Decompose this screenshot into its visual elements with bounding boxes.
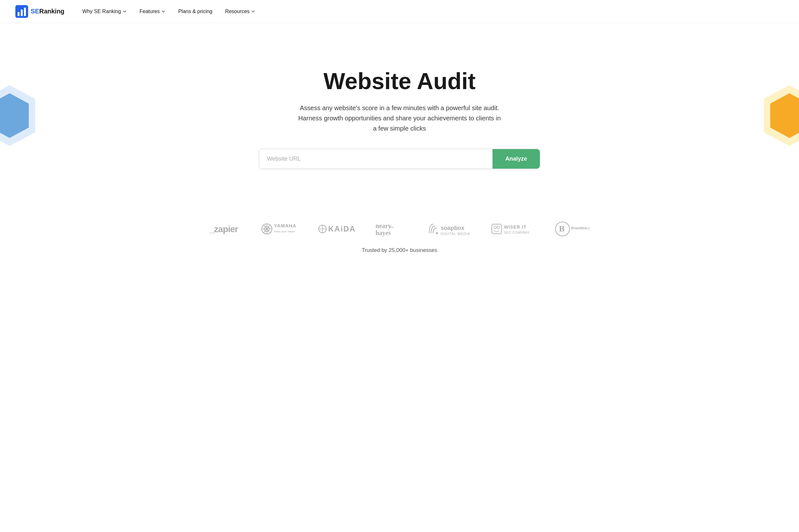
navbar: SERanking Why SE Ranking Features Plans … <box>0 0 799 23</box>
se-ranking-logo-icon <box>15 5 28 18</box>
chevron-down-icon <box>161 9 166 14</box>
search-box: Analyze <box>259 149 540 169</box>
logo-text: SERanking <box>31 8 65 15</box>
nav-item-features[interactable]: Features <box>134 6 171 17</box>
nav-link-resources[interactable]: Resources <box>220 6 260 17</box>
svg-point-28 <box>497 226 500 229</box>
svg-text:hayes: hayes <box>376 229 391 236</box>
search-input[interactable] <box>259 149 492 169</box>
brandiket-logo: B Brandiket.com <box>555 221 590 237</box>
nav-item-why-se-ranking[interactable]: Why SE Ranking <box>77 6 132 17</box>
wiser-it-logo: WISER IT SEO COMPANY <box>491 221 535 237</box>
blue-hex-decoration <box>0 84 38 148</box>
nav-menu: Why SE Ranking Features Plans & pricing … <box>77 6 260 17</box>
zapier-logo: _zapier <box>209 223 241 235</box>
svg-point-23 <box>436 232 438 234</box>
svg-rect-3 <box>24 8 26 16</box>
svg-text:DIGITAL MEDIA: DIGITAL MEDIA <box>441 232 470 236</box>
trusted-text: Trusted by 25,000+ businesses <box>362 247 437 253</box>
neary-hayes-logo: neary hayes <box>376 221 407 237</box>
nav-item-plans-pricing[interactable]: Plans & pricing <box>173 6 218 17</box>
logos-row: _zapier YAMAHA Revs your Heart <box>209 221 590 237</box>
hero-title: Website Audit <box>323 69 476 94</box>
chevron-down-icon <box>122 9 127 14</box>
svg-rect-1 <box>18 12 19 16</box>
svg-rect-2 <box>21 10 23 16</box>
svg-text:SEO COMPANY: SEO COMPANY <box>504 231 529 234</box>
yamaha-logo: YAMAHA Revs your Heart <box>260 221 299 237</box>
chevron-down-icon <box>251 9 255 14</box>
hero-subtitle: Assess any website's score in a few minu… <box>297 103 502 133</box>
analyze-button[interactable]: Analyze <box>492 149 540 169</box>
nav-link-features[interactable]: Features <box>134 6 171 17</box>
svg-text:Revs your Heart: Revs your Heart <box>274 230 295 233</box>
svg-text:soapbox: soapbox <box>441 225 465 231</box>
svg-text:B: B <box>559 224 564 233</box>
logos-section: _zapier YAMAHA Revs your Heart <box>0 208 799 260</box>
nav-link-why-se-ranking[interactable]: Why SE Ranking <box>77 6 132 17</box>
svg-point-27 <box>494 226 496 229</box>
svg-text:_zapier: _zapier <box>209 224 238 234</box>
yellow-hex-decoration <box>761 84 799 148</box>
hero-section: Website Audit Assess any website's score… <box>0 23 799 208</box>
nav-item-resources[interactable]: Resources <box>220 6 260 17</box>
nav-link-plans-pricing[interactable]: Plans & pricing <box>173 6 218 17</box>
soapbox-logo: soapbox DIGITAL MEDIA <box>427 221 471 237</box>
svg-text:WISER IT: WISER IT <box>504 225 526 230</box>
svg-text:YAMAHA: YAMAHA <box>274 223 296 228</box>
svg-text:KAiDA: KAiDA <box>328 225 356 233</box>
svg-text:neary: neary <box>376 222 391 230</box>
svg-text:Brandiket.com: Brandiket.com <box>571 226 590 230</box>
logo-link[interactable]: SERanking <box>15 5 65 18</box>
kaida-logo: KAiDA <box>318 223 356 235</box>
svg-rect-26 <box>492 224 502 234</box>
